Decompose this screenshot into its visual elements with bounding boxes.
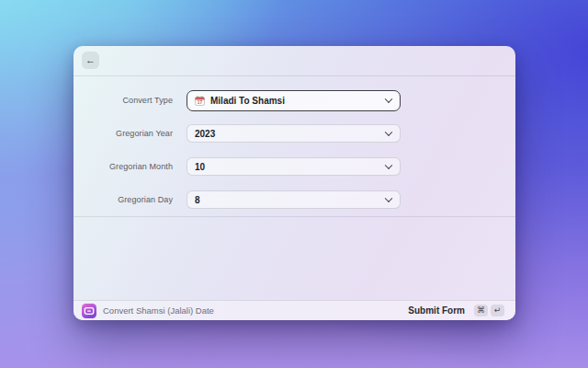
gregorian-year-select[interactable]: 2023 bbox=[187, 124, 401, 143]
action-bar: Convert Shamsi (Jalali) Date Submit Form… bbox=[74, 300, 515, 320]
gregorian-month-select[interactable]: 10 bbox=[187, 157, 401, 176]
gregorian-day-label: Gregorian Day bbox=[74, 195, 173, 204]
gregorian-day-select[interactable]: 8 bbox=[187, 190, 401, 209]
chevron-down-icon bbox=[385, 162, 392, 169]
gregorian-month-label: Gregorian Month bbox=[74, 162, 173, 171]
command-name: Convert Shamsi (Jalali) Date bbox=[103, 305, 408, 316]
back-arrow-icon: ← bbox=[85, 55, 96, 65]
submit-form-button[interactable]: Submit Form bbox=[408, 305, 465, 316]
desktop-background: ← Convert Type 17 Miladi bbox=[0, 0, 588, 368]
window-header: ← bbox=[74, 46, 515, 76]
form-row-gregorian-day: Gregorian Day 8 bbox=[74, 183, 515, 216]
return-key-badge: ↵ bbox=[491, 305, 504, 316]
form-row-gregorian-month: Gregorian Month 10 bbox=[74, 150, 515, 183]
gregorian-year-value: 2023 bbox=[195, 129, 215, 139]
calendar-icon: 17 bbox=[195, 96, 205, 106]
empty-content-area bbox=[74, 217, 515, 300]
convert-type-label: Convert Type bbox=[74, 96, 173, 105]
form-section: Convert Type 17 Miladi To Shamsi bbox=[74, 76, 515, 217]
command-key-badge: ⌘ bbox=[474, 305, 488, 316]
raycast-form-window: ← Convert Type 17 Miladi bbox=[74, 46, 515, 320]
chevron-down-icon bbox=[385, 195, 392, 202]
form-row-convert-type: Convert Type 17 Miladi To Shamsi bbox=[74, 84, 515, 117]
chevron-down-icon bbox=[385, 129, 392, 136]
back-button[interactable]: ← bbox=[82, 52, 99, 69]
form-row-gregorian-year: Gregorian Year 2023 bbox=[74, 117, 515, 150]
convert-type-select[interactable]: 17 Miladi To Shamsi bbox=[187, 90, 401, 111]
extension-logo-icon bbox=[82, 304, 96, 318]
gregorian-month-value: 10 bbox=[195, 162, 205, 172]
convert-type-value: Miladi To Shamsi bbox=[210, 96, 285, 106]
svg-text:17: 17 bbox=[198, 100, 203, 105]
gregorian-year-label: Gregorian Year bbox=[74, 129, 173, 138]
gregorian-day-value: 8 bbox=[195, 195, 200, 205]
chevron-down-icon bbox=[385, 96, 392, 103]
